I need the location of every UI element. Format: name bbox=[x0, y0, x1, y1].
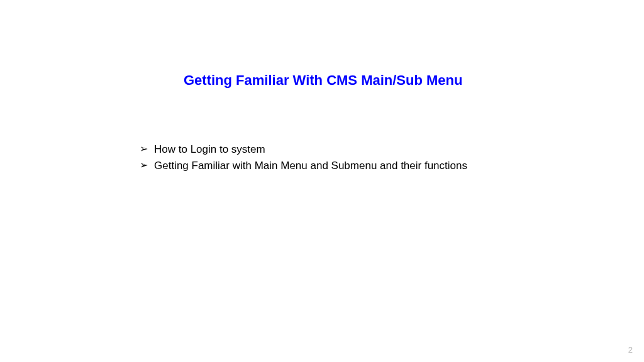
chevron-right-icon: ➢ bbox=[140, 158, 148, 172]
bullet-list: ➢ How to Login to system ➢ Getting Famil… bbox=[140, 142, 467, 175]
list-item: ➢ Getting Familiar with Main Menu and Su… bbox=[140, 158, 467, 173]
list-item: ➢ How to Login to system bbox=[140, 142, 467, 157]
page-number: 2 bbox=[628, 345, 633, 354]
list-item-text: How to Login to system bbox=[154, 142, 265, 157]
chevron-right-icon: ➢ bbox=[140, 142, 148, 156]
slide-title: Getting Familiar With CMS Main/Sub Menu bbox=[184, 72, 462, 89]
list-item-text: Getting Familiar with Main Menu and Subm… bbox=[154, 158, 467, 173]
